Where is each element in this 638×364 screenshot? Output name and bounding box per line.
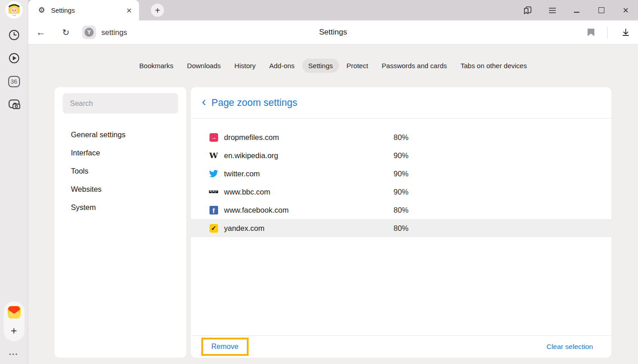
window-close-button[interactable]: × — [613, 0, 638, 20]
nav-tab-bookmarks[interactable]: Bookmarks — [134, 59, 179, 73]
window-minimize-button[interactable] — [564, 0, 589, 20]
profile-avatar[interactable] — [5, 1, 23, 19]
site-domain: dropmefiles.com — [224, 133, 394, 142]
side-panels-icon[interactable] — [515, 0, 540, 20]
zoom-site-list: →dropmefiles.com80%Wen.wikipedia.org90%t… — [191, 119, 611, 335]
selected-checkbox-icon: ✓ — [209, 224, 218, 233]
address-bar: ← ↻ Y settings Settings — [28, 20, 638, 45]
remove-highlight-box: Remove — [201, 338, 249, 356]
window-maximize-button[interactable] — [589, 0, 613, 20]
rail-bottom-group: + ••• — [4, 301, 25, 364]
avatar-illustration — [5, 1, 23, 19]
site-row-www-facebook-com[interactable]: fwww.facebook.com80% — [191, 201, 611, 219]
pinned-apps-pill: + — [4, 301, 25, 341]
nav-tab-add-ons[interactable]: Add-ons — [263, 59, 300, 73]
panel-header: ‹ Page zoom settings — [191, 87, 611, 119]
more-options-dots-icon[interactable]: ••• — [9, 351, 19, 357]
window-controls: × — [515, 0, 638, 20]
tab-close-icon[interactable]: × — [126, 6, 132, 15]
yandex-favicon: Y — [82, 25, 96, 39]
back-chevron-icon[interactable]: ‹ — [202, 95, 206, 110]
site-domain: en.wikipedia.org — [224, 151, 394, 160]
tab-strip: ⚙ Settings × + × — [28, 0, 638, 20]
settings-menu-item-tools[interactable]: Tools — [55, 162, 186, 180]
site-domain: www.bbc.com — [224, 188, 394, 196]
site-domain: www.facebook.com — [224, 206, 394, 214]
site-domain: twitter.com — [224, 170, 394, 178]
back-arrow-icon[interactable]: ← — [35, 27, 47, 38]
browser-side-rail: 36 + ••• — [0, 0, 28, 364]
site-row-twitter-com[interactable]: twitter.com90% — [191, 165, 611, 183]
site-zoom-value: 80% — [394, 206, 409, 214]
site-zoom-value: 80% — [394, 133, 409, 142]
site-zoom-value: 90% — [394, 188, 409, 196]
settings-menu-item-interface[interactable]: Interface — [55, 144, 186, 162]
twitter-favicon — [209, 169, 218, 178]
settings-menu-list: General settingsInterfaceToolsWebsitesSy… — [55, 125, 186, 216]
yandex-favicon-letter: Y — [85, 28, 94, 37]
site-row-en-wikipedia-org[interactable]: Wen.wikipedia.org90% — [191, 146, 611, 165]
nav-tab-protect[interactable]: Protect — [341, 59, 374, 73]
toolbar-divider — [607, 27, 608, 39]
nav-tab-tabs-on-other-devices[interactable]: Tabs on other devices — [455, 59, 533, 73]
screenshot-camera-icon[interactable] — [7, 98, 21, 111]
settings-menu-item-system[interactable]: System — [55, 198, 186, 216]
settings-menu-item-websites[interactable]: Websites — [55, 180, 186, 198]
download-icon[interactable] — [620, 27, 632, 37]
close-icon: × — [623, 5, 629, 15]
tab-title: Settings — [51, 7, 126, 14]
bookmark-icon[interactable] — [585, 28, 596, 37]
settings-sidebar-card: General settingsInterfaceToolsWebsitesSy… — [55, 87, 186, 358]
site-row-www-bbc-com[interactable]: BBCwww.bbc.com90% — [191, 183, 611, 201]
site-zoom-value: 90% — [394, 151, 409, 160]
reload-icon[interactable]: ↻ — [60, 27, 72, 38]
page-zoom-panel: ‹ Page zoom settings →dropmefiles.com80%… — [191, 87, 611, 358]
play-media-icon[interactable] — [7, 51, 21, 65]
site-row-dropmefiles-com[interactable]: →dropmefiles.com80% — [191, 128, 611, 146]
nav-tab-passwords-and-cards[interactable]: Passwords and cards — [376, 59, 453, 73]
site-row-yandex-com[interactable]: ✓yandex.com80% — [191, 219, 611, 237]
active-tab-settings[interactable]: ⚙ Settings × — [28, 0, 139, 20]
nav-tab-settings[interactable]: Settings — [302, 59, 339, 73]
yandex-mail-icon[interactable] — [7, 305, 21, 321]
settings-search-input[interactable] — [63, 93, 178, 114]
wikipedia-favicon: W — [209, 151, 218, 160]
new-tab-button[interactable]: + — [151, 4, 164, 17]
panel-title[interactable]: Page zoom settings — [211, 97, 297, 109]
hamburger-icon — [549, 8, 556, 13]
site-domain: yandex.com — [224, 224, 394, 233]
nav-tab-history[interactable]: History — [229, 59, 262, 73]
minimize-icon — [574, 12, 579, 13]
maximize-icon — [598, 7, 604, 13]
facebook-favicon: f — [209, 205, 218, 214]
browser-window: 36 + ••• — [0, 0, 638, 364]
site-zoom-value: 90% — [394, 170, 409, 178]
history-clock-icon[interactable] — [7, 28, 21, 42]
add-shortcut-button[interactable]: + — [7, 324, 21, 338]
tab-counter-badge[interactable]: 36 — [7, 75, 21, 88]
url-field[interactable]: Y settings — [82, 25, 127, 39]
dropmefiles-favicon: → — [209, 133, 218, 142]
settings-menu-item-general-settings[interactable]: General settings — [55, 125, 186, 144]
remove-button[interactable]: Remove — [211, 343, 239, 350]
url-text: settings — [101, 28, 127, 37]
clear-selection-button[interactable]: Clear selection — [546, 343, 593, 351]
nav-tab-downloads[interactable]: Downloads — [181, 59, 227, 73]
gear-icon: ⚙ — [38, 5, 45, 15]
bbc-favicon: BBC — [209, 187, 218, 196]
tab-counter-value: 36 — [8, 76, 20, 87]
panel-footer: Remove Clear selection — [191, 335, 611, 358]
settings-top-nav: BookmarksDownloadsHistoryAdd-onsSettings… — [28, 59, 638, 73]
browser-menu-icon[interactable] — [540, 0, 564, 20]
site-zoom-value: 80% — [394, 224, 409, 233]
